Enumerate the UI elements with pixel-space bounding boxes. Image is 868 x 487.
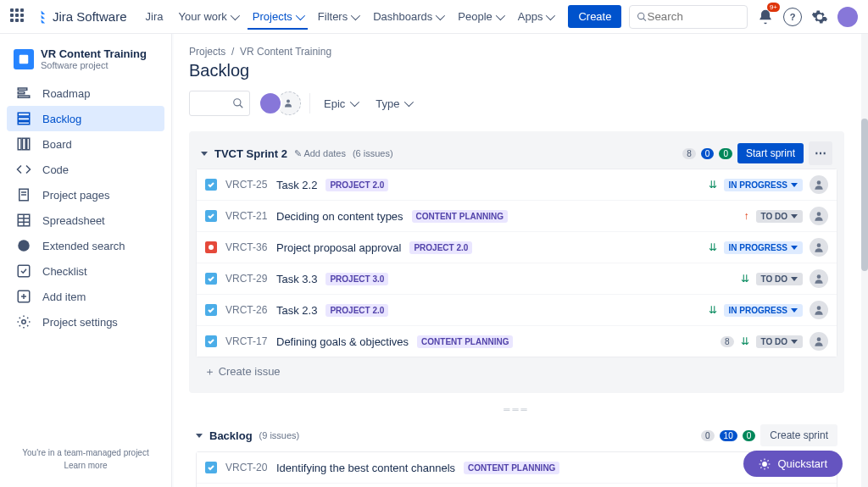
- nav-dashboards[interactable]: Dashboards: [368, 5, 448, 28]
- nav-people[interactable]: People: [453, 5, 507, 28]
- sidebar-item-roadmap[interactable]: Roadmap: [7, 80, 164, 106]
- sprint-more-icon[interactable]: ⋯: [809, 141, 832, 165]
- inprogress-pill: 0: [701, 148, 715, 159]
- svg-point-30: [209, 245, 214, 250]
- issue-row[interactable]: VRCT-18Establishing OKRsCONTENT PLANNING…: [197, 483, 837, 487]
- sidebar-item-project-settings[interactable]: Project settings: [7, 309, 164, 335]
- issue-summary: Defining goals & objectives: [276, 335, 409, 348]
- issue-row[interactable]: VRCT-29Task 3.3PROJECT 3.0⇊TO DO: [197, 263, 837, 294]
- create-button[interactable]: Create: [568, 5, 621, 28]
- quickstart-button[interactable]: Quickstart: [743, 451, 843, 477]
- sprint-title[interactable]: TVCT Sprint 2: [214, 147, 287, 160]
- issue-row[interactable]: VRCT-26Task 2.3PROJECT 2.0⇊IN PROGRESS: [197, 294, 837, 325]
- svg-point-0: [638, 13, 644, 19]
- breadcrumb-project[interactable]: VR Content Training: [240, 46, 331, 58]
- sidebar-item-backlog[interactable]: Backlog: [7, 106, 164, 131]
- sidebar-item-spreadsheet[interactable]: Spreadsheet: [7, 208, 164, 233]
- task-icon: [205, 304, 217, 316]
- status-lozenge[interactable]: TO DO: [756, 273, 803, 285]
- issue-summary: Task 2.3: [276, 304, 317, 317]
- nav-jira[interactable]: Jira: [141, 5, 169, 28]
- epic-label[interactable]: CONTENT PLANNING: [417, 335, 513, 348]
- search-icon: [15, 238, 32, 253]
- assignee-avatar[interactable]: [810, 269, 828, 288]
- epic-filter[interactable]: Epic: [319, 94, 362, 113]
- epic-label[interactable]: CONTENT PLANNING: [464, 462, 559, 474]
- issue-row[interactable]: VRCT-25Task 2.2PROJECT 2.0⇊IN PROGRESS: [197, 169, 837, 200]
- add-dates-button[interactable]: ✎ Add dates: [294, 148, 346, 159]
- sidebar-item-code[interactable]: Code: [7, 157, 164, 182]
- epic-label[interactable]: PROJECT 2.0: [326, 179, 388, 191]
- status-lozenge[interactable]: TO DO: [756, 335, 803, 348]
- epic-label[interactable]: PROJECT 2.0: [326, 304, 388, 317]
- issue-key: VRCT-17: [225, 335, 268, 347]
- sidebar-item-add-item[interactable]: Add item: [7, 284, 164, 309]
- sidebar: VR Content Training Software project Roa…: [0, 34, 171, 487]
- svg-rect-4: [18, 92, 25, 94]
- global-search[interactable]: [629, 5, 748, 29]
- todo-pill: 8: [682, 148, 696, 159]
- assignee-avatar[interactable]: [810, 332, 828, 351]
- notifications-icon[interactable]: 9+: [756, 8, 775, 26]
- nav-projects[interactable]: Projects: [248, 5, 308, 28]
- svg-rect-10: [23, 138, 26, 150]
- status-lozenge[interactable]: TO DO: [756, 210, 803, 223]
- collapse-icon[interactable]: [201, 152, 208, 156]
- assignee-avatar[interactable]: [810, 238, 828, 257]
- epic-label[interactable]: PROJECT 2.0: [409, 241, 472, 254]
- app-switcher-icon[interactable]: [10, 8, 27, 25]
- task-icon: [205, 273, 217, 285]
- sidebar-item-board[interactable]: Board: [7, 131, 164, 157]
- sidebar-item-extended-search[interactable]: Extended search: [7, 233, 164, 258]
- page-title: Backlog: [189, 61, 844, 80]
- nav-filters[interactable]: Filters: [313, 5, 363, 28]
- sidebar-item-checklist[interactable]: Checklist: [7, 258, 164, 284]
- project-name: VR Content Training: [41, 47, 147, 60]
- help-icon[interactable]: ?: [783, 8, 802, 26]
- assignee-avatar[interactable]: [810, 301, 828, 319]
- breadcrumb-projects[interactable]: Projects: [189, 46, 225, 58]
- learn-more-link[interactable]: Learn more: [17, 461, 154, 470]
- task-icon: [205, 210, 217, 222]
- type-filter[interactable]: Type: [370, 94, 416, 113]
- svg-point-32: [817, 274, 821, 279]
- issue-row[interactable]: VRCT-36Project proposal approvalPROJECT …: [197, 231, 837, 263]
- svg-rect-9: [18, 138, 21, 150]
- start-sprint-button[interactable]: Start sprint: [737, 143, 804, 163]
- svg-rect-5: [18, 96, 30, 97]
- footer-note: You're in a team-managed project: [17, 448, 154, 457]
- issue-count: (6 issues): [353, 148, 393, 158]
- svg-rect-6: [18, 113, 30, 116]
- nav-your-work[interactable]: Your work: [174, 5, 242, 28]
- user-avatar[interactable]: [837, 7, 858, 27]
- epic-label[interactable]: PROJECT 3.0: [326, 273, 388, 285]
- scrollbar[interactable]: [861, 119, 868, 271]
- issue-key: VRCT-29: [225, 273, 268, 285]
- svg-line-1: [643, 18, 646, 20]
- collapse-backlog-icon[interactable]: [196, 434, 203, 438]
- svg-point-25: [234, 99, 241, 106]
- backlog-title[interactable]: Backlog: [209, 429, 253, 442]
- nav-apps[interactable]: Apps: [513, 5, 559, 28]
- create-issue-button[interactable]: ＋ Create issue: [196, 357, 837, 386]
- search-input[interactable]: [648, 10, 740, 23]
- assignee-avatar[interactable]: [810, 207, 828, 225]
- create-sprint-button[interactable]: Create sprint: [760, 424, 837, 446]
- status-lozenge[interactable]: IN PROGRESS: [724, 179, 803, 191]
- status-lozenge[interactable]: IN PROGRESS: [724, 241, 803, 254]
- backlog-done-pill: 0: [743, 430, 756, 441]
- backlog-icon: [15, 111, 32, 126]
- bug-icon: [205, 241, 217, 253]
- epic-label[interactable]: CONTENT PLANNING: [412, 210, 508, 223]
- issue-row[interactable]: VRCT-21Deciding on content typesCONTENT …: [197, 200, 837, 231]
- assignee-avatar[interactable]: [259, 91, 282, 115]
- status-lozenge[interactable]: IN PROGRESS: [724, 304, 803, 317]
- issue-row[interactable]: VRCT-20Identifying the best content chan…: [197, 452, 837, 483]
- backlog-search[interactable]: [189, 91, 250, 116]
- drag-handle-icon[interactable]: ═══: [189, 403, 844, 416]
- issue-row[interactable]: VRCT-17Defining goals & objectivesCONTEN…: [197, 325, 837, 357]
- product-logo[interactable]: Jira Software: [34, 9, 127, 25]
- sidebar-item-project-pages[interactable]: Project pages: [7, 182, 164, 208]
- assignee-avatar[interactable]: [810, 175, 828, 194]
- settings-icon[interactable]: [810, 8, 829, 26]
